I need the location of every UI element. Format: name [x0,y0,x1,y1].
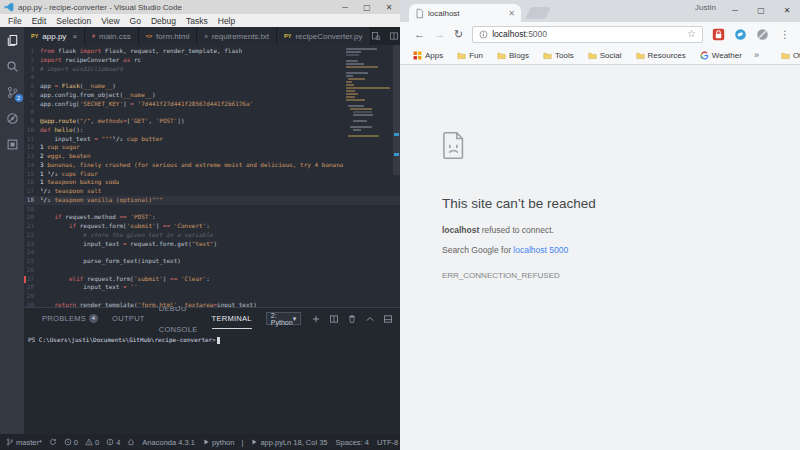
bookmark-folder-tools[interactable]: Tools [538,51,579,60]
minimize-button[interactable]: ─ [334,0,356,14]
status-ln-18-col-35[interactable]: Ln 18, Col 35 [283,438,328,447]
code-line[interactable]: 8 [24,108,400,117]
menu-help[interactable]: Help [213,16,240,26]
chrome-minimize-button[interactable]: ─ [722,0,748,20]
status-app-py[interactable]: app.py [250,438,283,447]
menu-tasks[interactable]: Tasks [181,16,213,26]
extension-lock-icon[interactable] [712,28,725,41]
code-line[interactable]: 6app.config.from_object(__name__) [24,91,400,100]
chrome-maximize-button[interactable]: ▢ [748,0,774,20]
menu-view[interactable]: View [96,16,124,26]
back-button[interactable]: ← [414,29,425,40]
code-line[interactable]: 17¹/₂ teaspoon salt [24,187,400,196]
code-line[interactable]: 151 ¹/₂ cups flour [24,170,400,179]
tab-requirements.txt[interactable]: ≡requirements.txt [197,27,277,45]
tab-recipeConverter.py[interactable]: PYrecipeConverter.py [277,27,371,45]
code-line[interactable]: 18¹/₂ teaspoon vanilla (optional)""" [24,196,400,205]
code-line[interactable]: 28 input_text = '' [24,283,400,292]
code-line[interactable]: 5app = Flask(__name__) [24,82,400,91]
tab-app.py[interactable]: PYapp.py× [24,27,85,45]
menu-edit[interactable]: Edit [27,16,52,26]
code-line[interactable]: 11 input_text = """¹/₂ cup butter [24,135,400,144]
address-bar[interactable]: localhost:5000 ☆ [472,26,703,43]
panel-tab-output[interactable]: OUTPUT [112,308,145,329]
extension-gray-icon[interactable] [756,28,769,41]
overview-ruler[interactable] [393,45,400,307]
source-control-icon[interactable]: 2 [6,86,19,99]
bookmark-folder-social[interactable]: Social [583,51,627,60]
code-line[interactable]: 132 eggs, beaten [24,152,400,161]
code-editor[interactable]: 1from flask import Flask, request, rende… [24,45,400,307]
code-line[interactable]: 4 [24,73,400,82]
status-master-[interactable]: master* [6,438,42,447]
search-icon[interactable] [6,60,19,73]
status-home[interactable] [127,438,135,446]
code-line[interactable]: 7app.config['SECRET_KEY'] = '7d441f27d44… [24,100,400,109]
status-spaces-4[interactable]: Spaces: 4 [336,438,369,447]
split-terminal-icon[interactable] [329,314,339,324]
open-preview-icon[interactable] [371,31,381,41]
terminal[interactable]: PS C:\Users\justi\Documents\GitHub\recip… [24,329,400,434]
other-bookmarks[interactable]: Other bookmarks [776,51,800,60]
code-line[interactable]: 24 [24,248,400,257]
tab-form.html[interactable]: <>form.html [139,27,198,45]
status-0[interactable]: 0 [85,438,99,447]
bookmark-star-icon[interactable]: ☆ [687,29,696,39]
code-line[interactable]: 23 input_text = request.form.get("text") [24,240,400,249]
code-line[interactable]: 27 elif request.form['submit'] == 'Clear… [24,275,400,284]
maximize-panel-icon[interactable] [365,314,375,324]
tab-close-icon[interactable]: ✕ [508,9,515,18]
url-text[interactable]: localhost:5000 [492,29,683,39]
panel-tab-debug-console[interactable]: DEBUG CONSOLE [159,308,198,329]
bookmarks-overflow-icon[interactable]: » [751,50,762,60]
reload-button[interactable]: ↻ [454,29,463,40]
status-utf-8[interactable]: UTF-8 [377,438,398,447]
menu-file[interactable]: File [3,16,27,26]
code-line[interactable]: 2import recipeConverter as rc [24,56,400,65]
status-python[interactable]: python [202,438,235,447]
search-google-link[interactable]: localhost 5000 [513,245,568,255]
code-line[interactable]: 9@app.route("/", methods=['GET', 'POST']… [24,117,400,126]
menu-go[interactable]: Go [125,16,146,26]
code-line[interactable]: 121 cup sugar [24,143,400,152]
move-panel-icon[interactable] [383,314,393,324]
bookmark-folder-resources[interactable]: Resources [631,51,691,60]
new-terminal-icon[interactable] [311,314,321,324]
files-icon[interactable] [6,34,19,47]
kill-terminal-icon[interactable] [347,314,357,324]
panel-tab-problems[interactable]: PROBLEMS4 [42,308,98,329]
minimap[interactable] [346,48,392,138]
status-anaconda-4-3-1[interactable]: Anaconda 4.3.1 [142,438,195,447]
profile-name[interactable]: Justin [695,3,716,12]
panel-tab-terminal[interactable]: TERMINAL [212,308,252,329]
debug-icon[interactable] [6,112,19,125]
code-line[interactable]: 10def hello(): [24,126,400,135]
tab-close-icon[interactable]: × [72,32,77,41]
browser-tab[interactable]: localhost ✕ [409,4,521,22]
code-line[interactable]: 1from flask import Flask, request, rende… [24,47,400,56]
page-info-icon[interactable] [479,30,488,39]
code-line[interactable]: 19 [24,205,400,214]
maximize-button[interactable]: ▢ [356,0,378,14]
bookmark-folder-fun[interactable]: Fun [452,51,488,60]
code-line[interactable]: 26 [24,266,400,275]
code-line[interactable]: 161 teaspoon baking soda [24,178,400,187]
bookmark-apps[interactable]: Apps [408,51,448,60]
code-line[interactable]: 20 if request.method == 'POST': [24,213,400,222]
status-0[interactable]: 0 [64,438,78,447]
code-line[interactable]: 21 if request.form['submit'] == 'Convert… [24,222,400,231]
menu-debug[interactable]: Debug [146,16,181,26]
code-line[interactable]: 22 # store the given text in a variable [24,231,400,240]
new-tab-button[interactable] [525,7,551,19]
code-line[interactable]: 143 bananas, finely crushed (for serious… [24,161,400,170]
code-line[interactable]: 3# import win32clipboard [24,65,400,74]
split-editor-icon[interactable] [389,31,399,41]
bookmark-weather[interactable]: Weather [695,51,747,60]
close-button[interactable]: ✕ [378,0,400,14]
chrome-menu-icon[interactable]: ⋮ [778,29,792,40]
extension-blue-icon[interactable] [734,28,747,41]
forward-button[interactable]: → [434,29,445,40]
status-4[interactable]: 4 [106,438,120,447]
menu-selection[interactable]: Selection [51,16,96,26]
code-line[interactable]: 30 return render_template('form.html', t… [24,301,400,307]
